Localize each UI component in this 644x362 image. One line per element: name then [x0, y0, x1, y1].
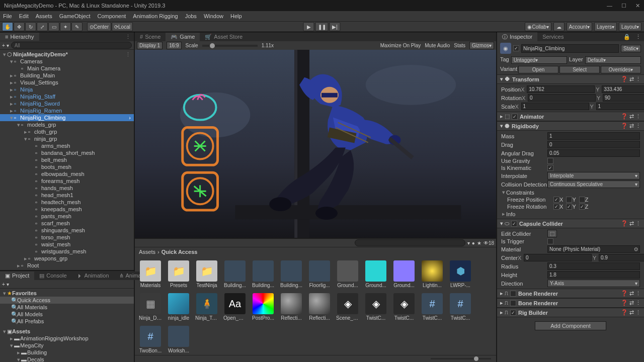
pivot-center[interactable]: ⊙ Center	[87, 22, 111, 31]
hierarchy-item[interactable]: ▫wristguards_mesh	[0, 248, 134, 255]
hierarchy-item[interactable]: ▫belt_mesh	[0, 156, 134, 163]
inspector-tab[interactable]: ⓘ Inspector	[497, 32, 537, 42]
hierarchy-item[interactable]: ▫hands_mesh	[0, 185, 134, 192]
services-tab[interactable]: Services	[537, 33, 569, 41]
rotate-tool[interactable]: ↻	[25, 22, 36, 31]
tag-dropdown[interactable]: Untagged ▾	[511, 56, 567, 64]
hierarchy-item[interactable]: ▫forearms_mesh	[0, 177, 134, 185]
asset-item[interactable]: ninja_idle	[167, 293, 190, 321]
aspect-dropdown[interactable]: 16:9	[167, 42, 181, 49]
fav-icon[interactable]: ●	[472, 240, 475, 246]
asset-item[interactable]: Lightin...	[421, 260, 444, 288]
height-field[interactable]	[547, 271, 640, 279]
panel-menu-icon[interactable]: ⋮	[632, 34, 644, 40]
usegravity-checkbox[interactable]	[547, 158, 553, 164]
hierarchy-item[interactable]: ▸▫Root	[0, 262, 134, 269]
hierarchy-item[interactable]: ▸▫NinjaRig_Staff	[0, 93, 134, 100]
scene-root[interactable]: ▾⬡NinjaMegacityDemo*⋮	[0, 51, 134, 58]
play-button[interactable]: ▶	[303, 22, 314, 31]
project-search[interactable]	[355, 239, 465, 246]
asset-item[interactable]: Reflecti...	[280, 293, 303, 321]
hierarchy-item[interactable]: ▫scarf_mesh	[0, 220, 134, 227]
project-folder[interactable]: ▾▬MegaCity	[0, 342, 134, 349]
asset-item[interactable]: Reflecti...	[308, 293, 331, 321]
close-icon[interactable]: ✕	[635, 3, 640, 9]
assets-header[interactable]: ▾▣ Assets	[0, 328, 134, 335]
select-button[interactable]: Select	[559, 66, 600, 73]
asset-item[interactable]: AaOpen_G...	[223, 293, 247, 321]
hierarchy-item[interactable]: ▾▫Cameras	[0, 58, 134, 65]
hierarchy-item[interactable]: ▫Main Camera	[0, 65, 134, 72]
hierarchy-search[interactable]	[11, 42, 132, 49]
hierarchy-item[interactable]: ▫arms_mesh	[0, 142, 134, 149]
rot-x[interactable]	[528, 94, 596, 102]
game-viewport[interactable]	[135, 50, 496, 238]
asset-item[interactable]: 📁Materials	[139, 260, 162, 288]
favorites-header[interactable]: ▾★ Favorites	[0, 290, 134, 297]
collab-button[interactable]: ◉ Collab ▾	[525, 22, 551, 31]
asset-item[interactable]: ⬢LWRP-...	[449, 260, 472, 288]
bc-assets[interactable]: Assets	[139, 249, 155, 255]
asset-item[interactable]: Ground...	[336, 260, 359, 288]
hierarchy-item[interactable]: ▫waist_mesh	[0, 241, 134, 248]
asset-item[interactable]: #TwoBon...	[139, 326, 162, 353]
display-dropdown[interactable]: Display 1	[137, 42, 163, 49]
fpy[interactable]	[566, 197, 572, 203]
cx[interactable]	[524, 254, 592, 261]
asset-item[interactable]: 🧍Ninja_To...	[195, 293, 218, 321]
menu-jobs[interactable]: Jobs	[185, 13, 197, 19]
maximize-toggle[interactable]: Maximize On Play	[380, 43, 421, 48]
transform-tool[interactable]: ✦	[60, 22, 71, 31]
pos-y[interactable]	[602, 85, 644, 93]
direction-dropdown[interactable]: Y-Axis▾	[547, 280, 640, 287]
mute-toggle[interactable]: Mute Audio	[425, 43, 450, 48]
hierarchy-item[interactable]: ▸▫NinjaRig_Ramen	[0, 107, 134, 114]
move-tool[interactable]: ✥	[14, 22, 25, 31]
mass-field[interactable]	[547, 132, 640, 140]
hierarchy-item[interactable]: ▸▫cloth_grp	[0, 128, 134, 135]
rect-tool[interactable]: ▭	[48, 22, 59, 31]
thumb-size-slider[interactable]	[431, 358, 491, 359]
drag-field[interactable]	[547, 141, 640, 148]
layers-button[interactable]: Layers ▾	[594, 22, 617, 31]
asset-item[interactable]: Building...	[252, 260, 275, 288]
gizmos-dropdown[interactable]: Gizmos ▾	[469, 42, 494, 49]
pivot-local[interactable]: ⟳ Local	[112, 22, 133, 31]
console-tab[interactable]: ▤ Console	[34, 272, 71, 280]
static-dropdown[interactable]: Static ▾	[621, 45, 641, 52]
hierarchy-item[interactable]: ▸▫Building_Main	[0, 72, 134, 79]
hierarchy-item[interactable]: ▾▫NinjaRig_Climbing›	[0, 114, 134, 121]
project-folder[interactable]: ▸▬AnimationRiggingWorkshop	[0, 335, 134, 342]
scl-x[interactable]	[521, 103, 589, 110]
rig-builder[interactable]: ▸ ⎍ ✓ Rig Builder❓ ⇄ ⋮	[497, 308, 644, 317]
assetstore-tab[interactable]: 🛒 Asset Store	[200, 33, 248, 41]
rigidbody-header[interactable]: ▾ ⬣ Rigidbody❓ ⇄ ⋮	[497, 121, 644, 131]
hierarchy-item[interactable]: ▫torso_mesh	[0, 234, 134, 241]
fpx[interactable]: ✓	[553, 197, 559, 203]
asset-item[interactable]: 📁Presets	[167, 260, 190, 288]
hierarchy-item[interactable]: ▫head_mesh1	[0, 192, 134, 199]
asset-item[interactable]: ▦Ninja_Di...	[139, 293, 162, 321]
minimize-icon[interactable]: —	[607, 3, 612, 9]
edit-collider-button[interactable]: ⬚	[547, 230, 557, 237]
asset-item[interactable]: Building...	[223, 260, 247, 288]
hierarchy-item[interactable]: ▾▫ninja_grp	[0, 135, 134, 142]
pause-button[interactable]: ❚❚	[315, 22, 329, 31]
game-tab[interactable]: 🎮 Game	[166, 33, 200, 41]
favorite-item[interactable]: 🔍All Prefabs	[0, 318, 134, 325]
account-button[interactable]: Account ▾	[567, 22, 592, 31]
maximize-icon[interactable]: ☐	[621, 3, 626, 9]
custom-tool[interactable]: ✎	[71, 22, 83, 31]
favorite-item[interactable]: 🔍All Models	[0, 311, 134, 318]
hierarchy-item[interactable]: ▫pants_mesh	[0, 213, 134, 220]
layer-dropdown[interactable]: Default ▾	[585, 56, 641, 64]
scene-tab[interactable]: # Scene	[135, 33, 166, 41]
interpolate-dropdown[interactable]: Interpolate▾	[547, 172, 640, 179]
hierarchy-item[interactable]: ▸▫Ninja	[0, 86, 134, 93]
menu-gameobject[interactable]: GameObject	[59, 13, 91, 19]
radius-field[interactable]	[547, 262, 640, 270]
stats-toggle[interactable]: Stats	[454, 43, 465, 48]
scale-tool[interactable]: ⤢	[37, 22, 48, 31]
add-component-button[interactable]: Add Component	[535, 321, 606, 330]
rot-y[interactable]	[603, 94, 644, 102]
